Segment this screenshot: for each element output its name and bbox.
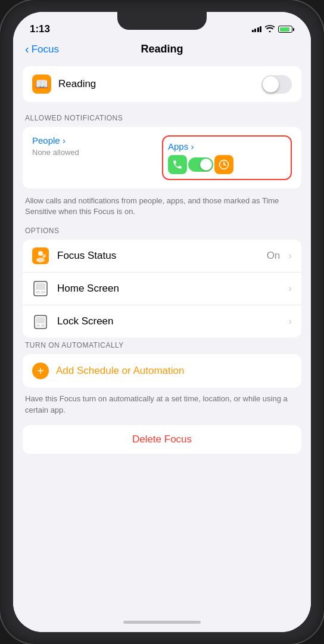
home-screen-label: Home Screen [57, 283, 280, 295]
turn-on-section-label: TURN ON AUTOMATICALLY [23, 341, 301, 349]
delete-focus-label: Delete Focus [132, 434, 192, 445]
page-title: Reading [141, 43, 183, 55]
svg-rect-8 [36, 283, 45, 290]
home-screen-icon [32, 280, 49, 297]
signal-bar-1 [252, 30, 254, 32]
people-subtitle: None allowed [32, 148, 150, 157]
navigation-bar: ‹ Focus Reading [13, 41, 311, 60]
options-card: ✓ Focus Status On › [23, 240, 301, 338]
signal-bar-2 [254, 29, 256, 32]
signal-bar-3 [257, 27, 259, 32]
lock-screen-row[interactable]: Lock Screen › [23, 305, 301, 338]
home-screen-row[interactable]: Home Screen › [23, 273, 301, 305]
people-label: People › [32, 135, 150, 145]
phone-screen: 1:13 [13, 12, 311, 632]
signal-bar-4 [260, 26, 261, 32]
plus-icon: + [32, 363, 49, 379]
back-chevron-icon: ‹ [25, 42, 29, 56]
people-chevron: › [63, 135, 66, 145]
svg-rect-10 [41, 291, 45, 293]
reading-toggle-card: 📖 Reading [23, 66, 301, 102]
delete-focus-card[interactable]: Delete Focus [23, 425, 301, 454]
add-schedule-card[interactable]: + Add Schedule or Automation [23, 354, 301, 388]
notch [117, 12, 207, 30]
apps-chevron: › [191, 141, 194, 151]
apps-column[interactable]: Apps › [162, 135, 292, 180]
options-section-label: OPTIONS [23, 227, 301, 235]
allowed-notifications-label: ALLOWED NOTIFICATIONS [23, 114, 301, 122]
app-icons-row [168, 155, 286, 174]
apps-mini-toggle [188, 157, 213, 172]
reading-card-left: 📖 Reading [32, 75, 96, 94]
signal-icon [252, 26, 262, 32]
phone-app-icon [168, 155, 187, 174]
focus-status-label: Focus Status [57, 250, 258, 262]
focus-status-icon: ✓ [32, 247, 49, 264]
svg-rect-9 [36, 291, 40, 293]
clock-app-icon [214, 155, 233, 174]
focus-status-value: On [267, 250, 281, 262]
toggle-knob [263, 76, 279, 92]
lock-screen-chevron-icon: › [288, 315, 292, 327]
svg-rect-12 [36, 317, 45, 323]
status-icons [252, 24, 295, 34]
add-schedule-label: Add Schedule or Automation [56, 365, 184, 377]
back-label: Focus [32, 44, 59, 55]
battery-icon [278, 26, 294, 33]
focus-status-row[interactable]: ✓ Focus Status On › [23, 240, 301, 273]
back-button[interactable]: ‹ Focus [25, 42, 59, 56]
phone-frame: 1:13 [0, 0, 324, 644]
svg-rect-14 [41, 324, 45, 327]
reading-card-label: Reading [58, 78, 96, 90]
home-bar [123, 621, 201, 624]
home-screen-chevron-icon: › [288, 283, 292, 295]
people-column[interactable]: People › None allowed [32, 135, 150, 180]
lock-screen-label: Lock Screen [57, 315, 280, 327]
home-indicator [13, 612, 311, 632]
mini-toggle-knob [200, 159, 212, 171]
svg-rect-13 [36, 324, 40, 327]
svg-text:✓: ✓ [42, 254, 46, 259]
notifications-card: People › None allowed Apps › [23, 127, 301, 188]
apps-label: Apps › [168, 141, 286, 151]
lock-screen-icon [32, 313, 49, 330]
notifications-info-text: Allow calls and notifications from peopl… [23, 192, 301, 227]
wifi-icon [265, 24, 275, 34]
turn-on-info-text: Have this Focus turn on automatically at… [23, 391, 301, 425]
main-content: 📖 Reading ALLOWED NOTIFICATIONS People › [13, 60, 311, 612]
status-time: 1:13 [30, 23, 50, 35]
reading-book-icon: 📖 [32, 75, 51, 94]
notifications-row: People › None allowed Apps › [32, 135, 292, 180]
reading-toggle-switch[interactable] [261, 75, 292, 94]
focus-status-chevron-icon: › [288, 250, 292, 262]
